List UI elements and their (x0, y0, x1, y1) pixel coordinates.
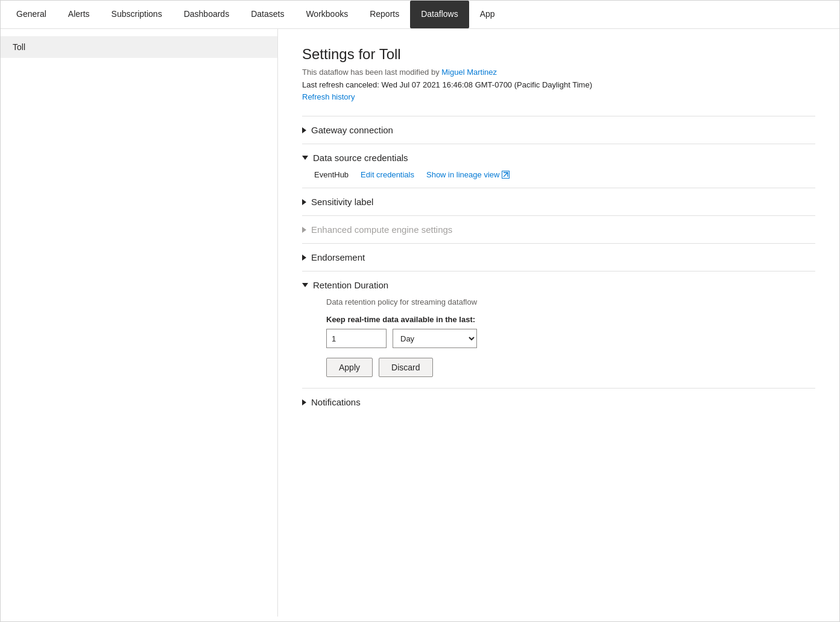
section-title-enhanced-compute: Enhanced compute engine settings (311, 224, 452, 235)
section-header-gateway-connection[interactable]: Gateway connection (302, 125, 815, 135)
chevron-down-icon (302, 156, 308, 160)
credentials-row: EventHubEdit credentialsShow in lineage … (314, 170, 815, 179)
tab-navigation: GeneralAlertsSubscriptionsDashboardsData… (1, 1, 839, 29)
refresh-history-link[interactable]: Refresh history (302, 92, 355, 101)
section-header-notifications[interactable]: Notifications (302, 397, 815, 407)
retention-description: Data retention policy for streaming data… (314, 297, 815, 306)
action-buttons-row: ApplyDiscard (314, 358, 815, 377)
chevron-right-icon (302, 227, 306, 233)
section-retention-duration: Retention DurationData retention policy … (302, 271, 815, 388)
retention-number-input[interactable] (326, 329, 387, 348)
credentials-source-name: EventHub (314, 170, 349, 179)
tab-dashboards[interactable]: Dashboards (173, 1, 241, 28)
section-gateway-connection: Gateway connection (302, 116, 815, 144)
sidebar-item-toll[interactable]: Toll (1, 36, 277, 58)
chevron-right-icon (302, 399, 306, 405)
retention-keep-label: Keep real-time data available in the las… (314, 315, 815, 324)
tab-subscriptions[interactable]: Subscriptions (101, 1, 173, 28)
chevron-right-icon (302, 127, 306, 133)
tab-general[interactable]: General (5, 1, 57, 28)
tab-app[interactable]: App (469, 1, 506, 28)
section-title-endorsement: Endorsement (311, 252, 365, 262)
section-notifications: Notifications (302, 388, 815, 416)
tab-datasets[interactable]: Datasets (240, 1, 295, 28)
section-enhanced-compute: Enhanced compute engine settings (302, 215, 815, 243)
refresh-info: Last refresh canceled: Wed Jul 07 2021 1… (302, 80, 815, 89)
subtitle: This dataflow has been last modified by … (302, 68, 815, 77)
chevron-down-icon (302, 283, 308, 287)
author-link[interactable]: Miguel Martinez (441, 68, 497, 77)
section-sensitivity-label: Sensitivity label (302, 188, 815, 215)
section-header-retention-duration[interactable]: Retention Duration (302, 280, 815, 290)
section-header-sensitivity-label[interactable]: Sensitivity label (302, 197, 815, 207)
retention-day-select[interactable]: DayWeekMonth (393, 329, 477, 348)
discard-button[interactable]: Discard (379, 358, 432, 377)
section-title-retention-duration: Retention Duration (313, 280, 388, 290)
section-header-enhanced-compute: Enhanced compute engine settings (302, 224, 815, 235)
sections-container: Gateway connectionData source credential… (302, 116, 815, 416)
tab-dataflows[interactable]: Dataflows (410, 1, 469, 28)
sidebar: Toll (1, 29, 278, 617)
section-header-data-source-credentials[interactable]: Data source credentials (302, 153, 815, 163)
subtitle-prefix: This dataflow has been last modified by (302, 68, 441, 77)
apply-button[interactable]: Apply (326, 358, 373, 377)
section-title-sensitivity-label: Sensitivity label (311, 197, 373, 207)
tab-alerts[interactable]: Alerts (57, 1, 101, 28)
section-title-data-source-credentials: Data source credentials (313, 153, 408, 163)
chevron-right-icon (302, 255, 306, 261)
section-content-data-source-credentials: EventHubEdit credentialsShow in lineage … (302, 163, 815, 179)
external-link-icon (502, 171, 510, 179)
section-content-retention-duration: Data retention policy for streaming data… (302, 290, 815, 377)
content-panel: Settings for Toll This dataflow has been… (278, 29, 839, 617)
section-header-endorsement[interactable]: Endorsement (302, 252, 815, 262)
retention-inputs-row: DayWeekMonth (314, 329, 815, 348)
show-lineage-link[interactable]: Show in lineage view (426, 170, 510, 179)
section-endorsement: Endorsement (302, 243, 815, 271)
edit-credentials-link[interactable]: Edit credentials (361, 170, 414, 179)
section-data-source-credentials: Data source credentialsEventHubEdit cred… (302, 144, 815, 188)
section-title-notifications: Notifications (311, 397, 361, 407)
tab-workbooks[interactable]: Workbooks (295, 1, 359, 28)
page-title: Settings for Toll (302, 46, 815, 63)
section-title-gateway-connection: Gateway connection (311, 125, 393, 135)
chevron-right-icon (302, 199, 306, 205)
tab-reports[interactable]: Reports (359, 1, 410, 28)
